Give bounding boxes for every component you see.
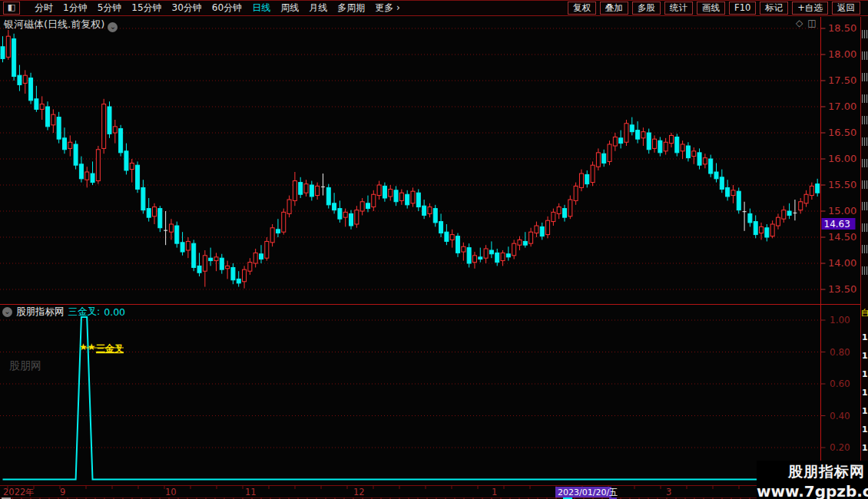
candle [124,151,128,170]
candle [754,222,757,235]
candle [383,186,386,198]
chevron-down-circle-icon[interactable]: ⌄ [108,22,118,32]
candle [23,75,27,83]
candle [647,133,651,150]
clipped-digit: 1 [862,365,868,384]
chevron-down-circle-icon[interactable]: ⌄ [2,307,12,317]
signal-stars: ★★ [79,342,96,352]
candle [669,135,673,143]
candle [681,144,684,151]
candle [636,131,640,140]
candle [506,254,510,257]
candle [57,117,61,140]
indicator-source-label: 股朋指标网 [16,306,65,319]
candle [186,241,190,250]
candle [91,173,94,183]
candle [366,203,369,209]
candle [585,174,589,183]
candle [74,144,78,165]
candle [518,240,522,245]
chart-corner-icons: ◇ ◫ [796,18,817,28]
candle [512,243,516,256]
clipped-digit: 1 [862,439,868,458]
clipped-text-row [862,30,868,38]
split-window-icon[interactable]: ◫ [807,18,816,28]
candle [787,211,791,215]
candle [130,163,134,169]
indicator-name-label: 三金叉: [68,306,101,319]
candle [535,226,538,233]
clipped-text-row [862,159,868,167]
clipped-text-row [862,266,868,275]
candle [259,254,263,259]
candle [692,151,696,157]
clipped-text-row [862,223,868,232]
candle [726,187,730,197]
candle [804,194,808,203]
candle [624,124,628,142]
candle [619,138,623,144]
candle [416,193,420,207]
site-watermark: 股朋指标网 www.7gpzb.com [757,461,868,499]
candle [799,202,803,210]
candle [495,253,499,262]
chart-canvas[interactable]: 18.5018.0017.5017.0016.5016.0015.5015.00… [0,0,868,499]
clipped-digit: 1 [862,402,868,421]
clipped-digit: 1 [862,421,868,439]
candle [147,209,151,218]
candle [169,224,173,232]
candle [697,153,701,165]
candle [158,209,162,228]
clipped-text-row [862,94,868,103]
sidebar-tab-zixuan[interactable]: 自 [861,307,868,319]
candle [68,142,72,148]
time-axis-label: 3 [666,487,671,497]
clipped-text-row [862,202,868,210]
last-price-text: 14.63 [824,219,850,230]
candle [226,266,230,268]
candle [360,202,364,211]
diamond-icon[interactable]: ◇ [796,18,803,28]
price-axis-label: 16.00 [828,153,856,164]
candle [141,187,145,210]
trading-app-window: ◧ 分时1分钟5分钟15分钟30分钟60分钟日线周线月线多周期更多 › 复权叠加… [0,0,868,499]
candle [299,183,303,195]
candle [276,230,280,233]
time-axis-label: 10 [165,487,177,497]
candle [686,146,690,158]
candle [602,154,606,163]
candle [782,210,786,220]
clipped-digit: 1 [862,329,868,347]
candle [35,99,38,110]
clipped-text-row [862,245,868,253]
candle [406,194,409,205]
time-axis-label: 12 [353,487,365,497]
price-axis-label: 15.50 [828,179,856,190]
price-axis-label: 18.50 [828,22,856,34]
candle [709,159,713,173]
candle [209,258,213,260]
candle [333,203,336,210]
candle [428,207,432,214]
price-axis-label: 18.00 [828,48,856,60]
candle [316,186,320,195]
candle [203,256,207,271]
candle [40,104,44,110]
candle [175,226,179,243]
candle [411,191,415,203]
clipped-text-row [862,116,868,124]
candle [46,107,50,127]
time-axis-label: 2022年 [3,487,35,497]
candle [220,258,224,269]
price-axis-label: 16.50 [828,127,856,138]
candle [467,248,471,263]
price-axis-label: 15.00 [828,205,856,216]
candle [731,190,735,196]
candle [776,217,780,226]
chart-title-row: 银河磁体(日线.前复权) ⌄ [4,18,118,32]
candle [675,137,679,152]
clipped-text-row [862,137,868,146]
candle [720,177,724,190]
candle [664,142,668,151]
candle [79,164,83,179]
